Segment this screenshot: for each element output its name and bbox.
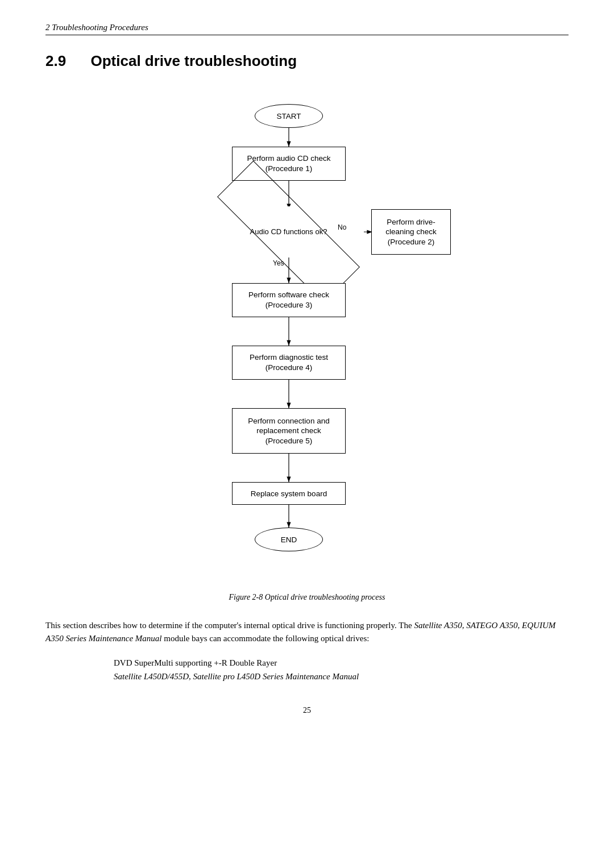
list-items: DVD SuperMulti supporting +-R Double Ray… bbox=[45, 656, 569, 683]
yes-label: Yes bbox=[273, 259, 284, 267]
flowchart-container: START Perform audio CD check (Procedure … bbox=[45, 93, 569, 587]
list-item-2: Satellite L450D/455D, Satellite pro L450… bbox=[114, 670, 569, 683]
page-number: 25 bbox=[45, 706, 569, 715]
step3-node: Perform diagnostic test (Procedure 4) bbox=[232, 346, 346, 380]
step4-node: Perform connection and replacement check… bbox=[232, 408, 346, 454]
list-item-1: DVD SuperMulti supporting +-R Double Ray… bbox=[114, 656, 569, 670]
step2-node: Perform software check (Procedure 3) bbox=[232, 283, 346, 317]
chapter-header: 2 Troubleshooting Procedures bbox=[45, 23, 569, 35]
section-title: 2.9 Optical drive troubleshooting bbox=[45, 52, 569, 70]
section-number: 2.9 bbox=[45, 52, 66, 69]
figure-caption: Figure 2-8 Optical drive troubleshooting… bbox=[45, 593, 569, 602]
end-node: END bbox=[255, 528, 323, 551]
flowchart: START Perform audio CD check (Procedure … bbox=[148, 93, 466, 587]
section-heading: Optical drive troubleshooting bbox=[91, 52, 297, 69]
diamond1-node: Audio CD functions ok? bbox=[213, 206, 364, 258]
step5-node: Replace system board bbox=[232, 482, 346, 505]
chapter-title: 2 Troubleshooting Procedures bbox=[45, 23, 569, 32]
start-node: START bbox=[255, 104, 323, 128]
body-text: This section describes how to determine … bbox=[45, 619, 569, 645]
step2-no-node: Perform drive- cleaning check (Procedure… bbox=[371, 209, 451, 255]
no-label: No bbox=[338, 223, 346, 231]
